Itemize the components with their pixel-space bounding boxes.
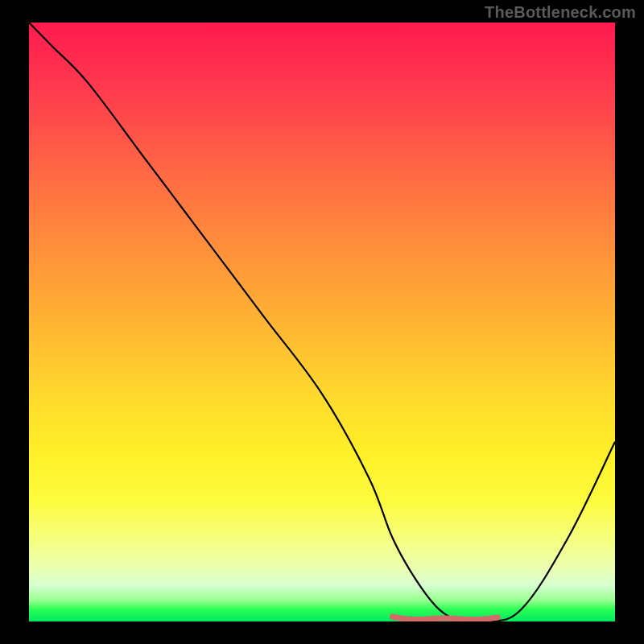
chart-frame: TheBottleneck.com	[0, 0, 644, 644]
watermark-text: TheBottleneck.com	[485, 3, 636, 22]
plot-area	[29, 23, 615, 621]
bottleneck-curve	[29, 23, 615, 621]
floor-marker	[392, 617, 497, 620]
curve-layer	[29, 23, 615, 621]
